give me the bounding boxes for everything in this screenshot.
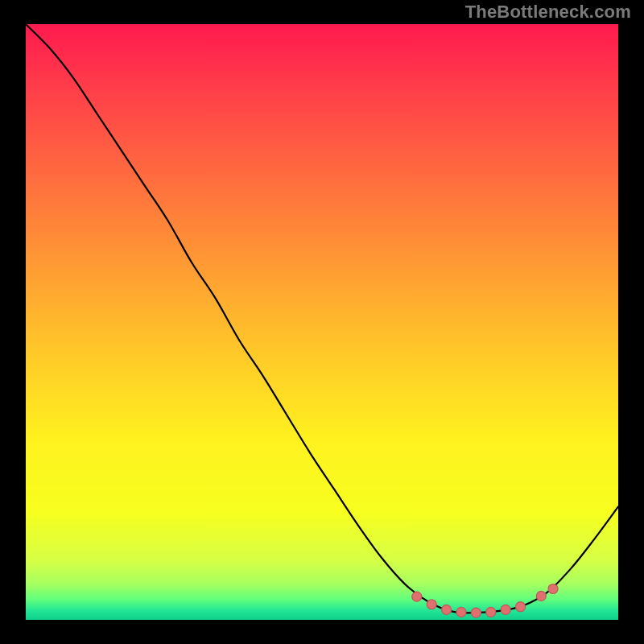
chart-container: { "watermark": "TheBottleneck.com", "plo… [0,0,644,644]
chart-dot [412,592,422,601]
chart-dot [471,608,481,617]
chart-dot [486,607,496,617]
chart-dot [427,600,436,609]
chart-dot [456,607,466,617]
watermark-label: TheBottleneck.com [465,2,631,23]
chart-dot [548,584,558,594]
chart-dot [516,602,526,612]
chart-dot [501,605,510,614]
bottleneck-chart [0,0,644,644]
chart-dot [442,605,452,614]
chart-dot [536,591,546,601]
chart-plot-area [26,24,618,620]
